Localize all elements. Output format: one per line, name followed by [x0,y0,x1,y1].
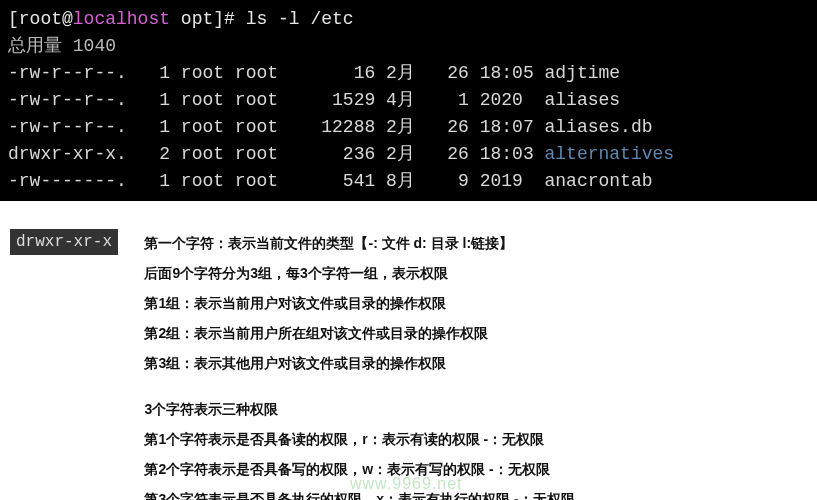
explanation-block: drwxr-xr-x 第一个字符：表示当前文件的类型【-: 文件 d: 目录 l… [0,201,817,500]
site-watermark: www.9969.net [350,475,463,493]
perm-string-badge: drwxr-xr-x [10,229,118,255]
explanation-text: 第一个字符：表示当前文件的类型【-: 文件 d: 目录 l:链接】后面9个字符分… [144,229,574,500]
terminal-output: [root@localhost opt]# ls -l /etc 总用量 104… [0,0,817,201]
